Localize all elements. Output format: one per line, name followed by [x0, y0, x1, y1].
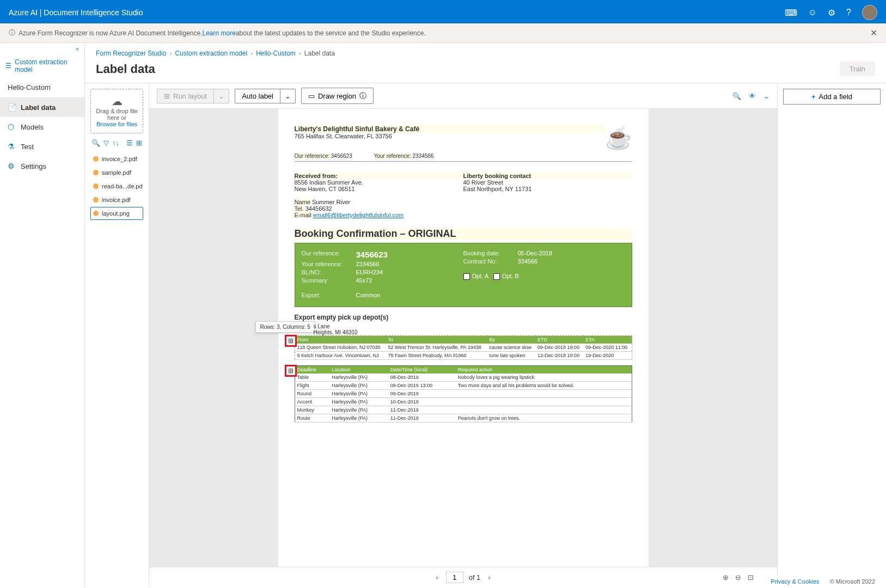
breadcrumb-link-0[interactable]: Form Recognizer Studio — [96, 50, 166, 57]
breadcrumb-current: Label data — [304, 50, 335, 57]
feedback-icon[interactable]: ☺ — [808, 8, 817, 17]
layout-icon: ⊞ — [164, 92, 170, 100]
app-header: Azure AI | Document Intelligence Studio … — [0, 2, 886, 23]
doc-table-2: DeadlineLocationDate/Time (local)Require… — [295, 365, 632, 422]
train-button[interactable]: Train — [840, 62, 875, 76]
page-input[interactable] — [446, 572, 463, 583]
copyright-text: © Microsoft 2022 — [830, 578, 875, 585]
page-footer: Privacy & Cookies © Microsoft 2022 — [760, 575, 886, 587]
status-dot-icon — [93, 170, 99, 175]
breadcrumb-link-1[interactable]: Custom extraction model — [175, 50, 247, 57]
notice-text-prefix: Azure Form Recognizer is now Azure AI Do… — [19, 29, 203, 37]
browse-files-link[interactable]: Browse for files — [96, 121, 137, 127]
chevron-right-icon: › — [250, 50, 253, 57]
doc-company-addr: 765 Halifax St. Clearwater, FL 33756 — [295, 133, 605, 139]
drop-zone-text: Drag & drop file here or — [94, 108, 139, 121]
document-icon: 📄 — [8, 103, 16, 112]
document-panel: ⊞ Run layout ⌄ Auto label ⌄ ▭ Draw regio… — [149, 83, 777, 587]
page-title: Label data — [96, 62, 840, 76]
status-dot-icon — [93, 211, 99, 216]
file-item[interactable]: read-ba...de.pdf — [90, 180, 143, 193]
document-toolbar: ⊞ Run layout ⌄ Auto label ⌄ ▭ Draw regio… — [149, 83, 777, 109]
file-item[interactable]: invoice_2.pdf — [90, 152, 143, 166]
booking-summary-box: Our reference:3456623 Your reference:233… — [295, 243, 632, 307]
file-item[interactable]: invoice.pdf — [90, 193, 143, 206]
zoom-in-icon[interactable]: ⊕ — [723, 573, 729, 581]
file-item[interactable]: layout.png — [90, 207, 143, 220]
next-page-button[interactable]: › — [486, 573, 492, 581]
sidebar-model-header[interactable]: ☰ Custom extraction model — [0, 54, 84, 78]
coffee-cup-icon: ☕ — [605, 125, 632, 151]
document-viewport[interactable]: Liberty's Delightful Sinful Bakery & Caf… — [149, 109, 777, 567]
info-icon: ⓘ — [359, 91, 366, 101]
breadcrumb: Form Recognizer Studio › Custom extracti… — [85, 43, 886, 59]
status-dot-icon — [93, 183, 99, 189]
page-count: of 1 — [469, 573, 481, 581]
keyboard-icon[interactable]: ⌨ — [785, 8, 797, 18]
chevron-right-icon: › — [299, 50, 301, 57]
sidebar: « ☰ Custom extraction model Hello-Custom… — [0, 43, 85, 587]
settings-icon[interactable]: ⚙ — [828, 8, 835, 18]
doc-company-name: Liberty's Delightful Sinful Bakery & Caf… — [295, 125, 605, 133]
status-dot-icon — [93, 156, 99, 162]
sidebar-item-settings[interactable]: ⚙Settings — [0, 156, 84, 176]
run-layout-button[interactable]: ⊞ Run layout — [157, 89, 213, 103]
breadcrumb-link-2[interactable]: Hello-Custom — [256, 50, 296, 57]
sidebar-item-test[interactable]: ⚗Test — [0, 137, 84, 156]
notice-text-suffix: about the latest updates to the service … — [236, 29, 426, 37]
help-icon[interactable]: ? — [846, 8, 851, 17]
cube-icon: ⬡ — [8, 122, 16, 131]
close-icon[interactable]: ✕ — [870, 28, 877, 38]
table-marker-icon[interactable]: ⊞ — [285, 335, 297, 347]
doc-table-1: FromToByETDETA118 Queen Street Hoboken, … — [295, 335, 632, 360]
notice-banner: ⓘ Azure Form Recognizer is now Azure AI … — [0, 23, 886, 43]
prev-page-button[interactable]: ‹ — [433, 573, 440, 581]
sidebar-item-models[interactable]: ⬡Models — [0, 117, 84, 137]
info-icon: ⓘ — [9, 28, 15, 38]
file-panel: ☁ Drag & drop file here or Browse for fi… — [85, 83, 149, 587]
chevron-down-icon[interactable]: ⌄ — [763, 92, 769, 100]
table-marker-icon[interactable]: ⊞ — [285, 365, 297, 377]
zoom-out-icon[interactable]: ⊖ — [735, 573, 741, 581]
user-avatar[interactable] — [862, 5, 877, 20]
sidebar-item-label-data[interactable]: 📄Label data — [0, 97, 84, 117]
notice-learn-more-link[interactable]: Learn more — [203, 29, 236, 37]
gear-icon: ⚙ — [8, 162, 16, 170]
grid-view-icon[interactable]: ⊞ — [136, 139, 142, 147]
file-drop-zone[interactable]: ☁ Drag & drop file here or Browse for fi… — [90, 89, 143, 133]
filter-icon[interactable]: ▽ — [103, 139, 109, 147]
file-list: invoice_2.pdfsample.pdfread-ba...de.pdfi… — [90, 152, 143, 220]
chevron-right-icon: › — [169, 50, 172, 57]
plus-icon: + — [811, 93, 816, 101]
sidebar-project-name[interactable]: Hello-Custom — [0, 78, 84, 97]
privacy-link[interactable]: Privacy & Cookies — [771, 578, 819, 585]
file-item[interactable]: sample.pdf — [90, 166, 143, 179]
search-icon[interactable]: 🔍 — [91, 139, 100, 147]
run-layout-dropdown[interactable]: ⌄ — [213, 89, 229, 103]
document-page: Liberty's Delightful Sinful Bakery & Caf… — [278, 109, 649, 567]
cloud-upload-icon: ☁ — [94, 95, 139, 108]
list-view-icon[interactable]: ☰ — [126, 139, 133, 147]
sidebar-collapse-button[interactable]: « — [0, 43, 84, 54]
document-pager: ‹ of 1 › ⊕ ⊖ ⊡ ↻ — [149, 567, 777, 587]
doc-heading: Booking Confirmation – ORIGINAL — [295, 228, 632, 240]
sort-icon[interactable]: ↑↓ — [112, 139, 119, 147]
auto-label-dropdown[interactable]: ⌄ — [280, 89, 296, 103]
list-icon: ☰ — [5, 62, 11, 70]
draw-region-button[interactable]: ▭ Draw region ⓘ — [301, 88, 374, 104]
fields-panel: + Add a field — [777, 83, 886, 587]
visibility-icon[interactable]: 👁 — [749, 92, 756, 100]
region-icon: ▭ — [308, 92, 315, 100]
status-dot-icon — [93, 197, 99, 203]
fit-icon[interactable]: ⊡ — [748, 573, 754, 581]
search-icon[interactable]: 🔍 — [732, 92, 741, 100]
add-field-button[interactable]: + Add a field — [783, 89, 881, 105]
auto-label-button[interactable]: Auto label — [235, 89, 280, 103]
app-title: Azure AI | Document Intelligence Studio — [9, 8, 785, 17]
flask-icon: ⚗ — [8, 142, 16, 151]
